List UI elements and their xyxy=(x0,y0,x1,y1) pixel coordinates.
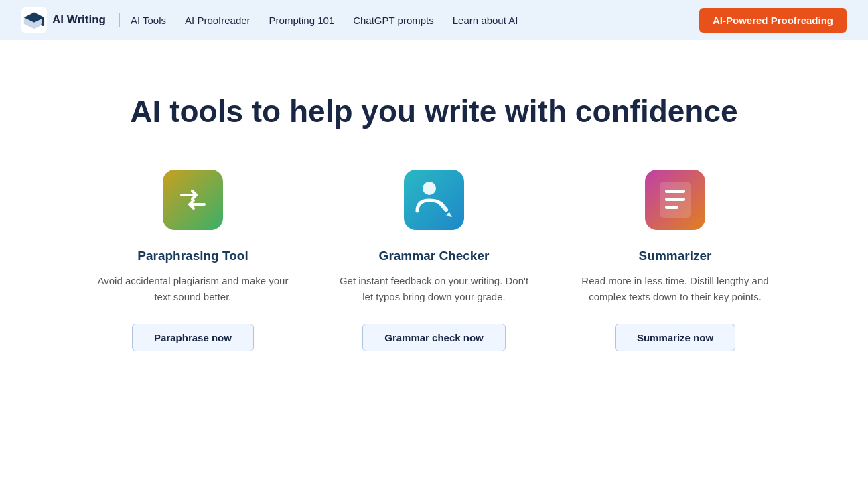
svg-rect-12 xyxy=(665,190,685,193)
summarize-title: Summarizer xyxy=(639,249,712,263)
paraphrase-title: Paraphrasing Tool xyxy=(137,249,248,263)
nav-ai-proofreader[interactable]: AI Proofreader xyxy=(185,15,250,26)
logo[interactable]: AI Writing xyxy=(21,7,106,33)
grammar-icon xyxy=(404,170,464,230)
logo-icon xyxy=(21,7,47,33)
hero-title: AI tools to help you write with confiden… xyxy=(21,94,847,129)
summarize-icon xyxy=(645,170,705,230)
grammar-desc: Get instant feedback on your writing. Do… xyxy=(334,273,534,305)
paraphrase-button[interactable]: Paraphrase now xyxy=(132,324,254,351)
nav-cta-button[interactable]: AI-Powered Proofreading xyxy=(699,8,847,33)
summarize-button[interactable]: Summarize now xyxy=(615,324,735,351)
svg-point-4 xyxy=(41,23,44,26)
grammar-checker-card: Grammar Checker Get instant feedback on … xyxy=(334,170,534,351)
nav-prompting[interactable]: Prompting 101 xyxy=(269,15,335,26)
nav-divider xyxy=(119,13,120,27)
nav-ai-tools[interactable]: AI Tools xyxy=(131,15,166,26)
summarize-desc: Read more in less time. Distill lengthy … xyxy=(575,273,776,305)
svg-point-7 xyxy=(423,182,436,195)
svg-rect-14 xyxy=(665,206,678,209)
paraphrase-desc: Avoid accidental plagiarism and make you… xyxy=(92,273,293,305)
hero-section: AI tools to help you write with confiden… xyxy=(0,40,868,391)
tools-grid: Paraphrasing Tool Avoid accidental plagi… xyxy=(66,170,802,351)
navbar: AI Writing AI Tools AI Proofreader Promp… xyxy=(0,0,868,40)
grammar-title: Grammar Checker xyxy=(379,249,490,263)
paraphrase-icon xyxy=(163,170,223,230)
summarizer-card: Summarizer Read more in less time. Disti… xyxy=(575,170,776,351)
nav-chatgpt[interactable]: ChatGPT prompts xyxy=(353,15,434,26)
svg-rect-13 xyxy=(665,198,685,201)
brand-label: AI Writing xyxy=(52,13,106,27)
nav-learn[interactable]: Learn about AI xyxy=(453,15,518,26)
nav-links: AI Tools AI Proofreader Prompting 101 Ch… xyxy=(131,15,699,26)
grammar-button[interactable]: Grammar check now xyxy=(362,324,506,351)
paraphrasing-tool-card: Paraphrasing Tool Avoid accidental plagi… xyxy=(92,170,293,351)
